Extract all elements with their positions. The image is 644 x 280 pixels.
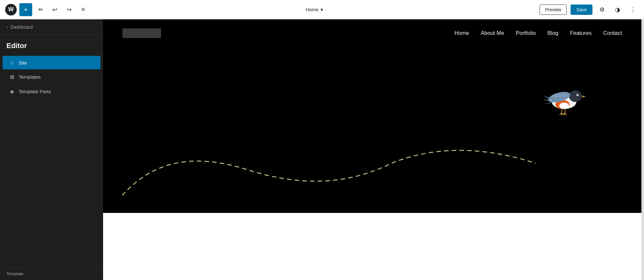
nav-item-features[interactable]: Features [570,30,591,36]
list-view-button[interactable]: ≡ [77,4,89,15]
undo-button[interactable]: ↩ [49,4,61,15]
toolbar-center: Home ▾ [91,5,537,15]
editor-title: Editor [0,35,103,53]
chevron-down-icon: ▾ [321,7,323,13]
preview-nav: Home About Me Portfolio Blog Features Co… [455,30,622,36]
sidebar-item-templates-label: Templates [19,74,41,80]
edit-button[interactable]: ✏ [35,4,46,15]
svg-point-5 [577,94,579,95]
page-title-text: Home [306,7,319,12]
site-preview: Home About Me Portfolio Blog Features Co… [103,19,641,213]
pencil-icon: ✏ [38,6,43,13]
sidebar: ‹ Dashboard Editor ⌂ Site ⊞ Templates ◈ … [0,19,103,280]
settings-button[interactable]: ⚙ [596,4,608,15]
more-icon: ⋮ [630,6,636,13]
nav-item-about[interactable]: About Me [481,30,504,36]
redo-button[interactable]: ↪ [63,4,75,15]
add-block-button[interactable]: + [19,3,32,16]
preview-header: Home About Me Portfolio Blog Features Co… [103,19,641,47]
list-icon: ≡ [82,6,85,13]
canvas-scrollbar[interactable] [641,19,644,280]
sidebar-item-templates[interactable]: ⊞ Templates [3,70,101,84]
svg-point-3 [569,90,582,102]
sidebar-item-site[interactable]: ⌂ Site [3,56,101,69]
save-button[interactable]: Save [571,5,592,15]
sidebar-item-site-label: Site [19,60,27,65]
redo-icon: ↪ [67,6,72,13]
page-title-button[interactable]: Home ▾ [303,5,326,15]
wp-logo-text: W [8,6,14,13]
template-parts-icon: ◈ [9,88,15,95]
templates-icon: ⊞ [9,74,15,80]
bird-illustration [538,79,590,118]
preview-label: Preview [545,7,561,12]
contrast-icon: ◑ [615,6,620,13]
sidebar-item-template-parts[interactable]: ◈ Template Parts [3,85,101,98]
sidebar-nav: ⌂ Site ⊞ Templates ◈ Template Parts [0,53,103,267]
nav-item-blog[interactable]: Blog [547,30,558,36]
svg-marker-6 [582,95,586,97]
nav-item-home[interactable]: Home [455,30,469,36]
home-icon: ⌂ [9,60,15,65]
svg-point-2 [559,103,569,109]
sidebar-item-template-parts-label: Template Parts [19,89,51,94]
nav-item-contact[interactable]: Contact [603,30,622,36]
canvas-area[interactable]: Home About Me Portfolio Blog Features Co… [103,19,641,280]
preview-white-area [103,213,641,280]
gear-icon: ⚙ [600,6,605,13]
toolbar-right: Preview Save ⚙ ◑ ⋮ [540,4,639,15]
dashboard-link[interactable]: ‹ Dashboard [0,19,103,35]
toolbar-left: W + ✏ ↩ ↪ ≡ [5,3,89,16]
add-icon: + [24,5,28,14]
wp-logo: W [5,4,17,15]
toolbar: W + ✏ ↩ ↪ ≡ Home ▾ Preview [0,0,644,19]
nav-item-portfolio[interactable]: Portfolio [516,30,536,36]
sidebar-footer-label: Template [6,271,24,276]
preview-content [103,47,641,195]
preview-button[interactable]: Preview [540,5,567,15]
save-label: Save [576,7,587,12]
sidebar-footer: Template [0,267,103,280]
back-icon: ‹ [6,25,8,30]
main-layout: ‹ Dashboard Editor ⌂ Site ⊞ Templates ◈ … [0,19,644,280]
dashboard-label: Dashboard [11,25,33,30]
undo-icon: ↩ [53,6,57,13]
preview-logo [122,28,161,38]
dashed-path [103,47,641,195]
contrast-button[interactable]: ◑ [612,4,623,15]
more-options-button[interactable]: ⋮ [627,4,639,15]
